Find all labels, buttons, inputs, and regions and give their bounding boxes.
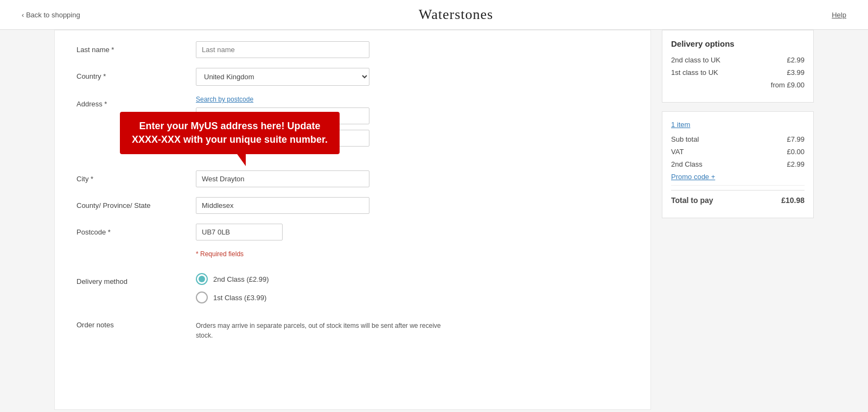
vat-row: VAT £0.00 — [671, 148, 805, 156]
city-input[interactable] — [196, 170, 369, 187]
total-value: £10.98 — [781, 196, 805, 205]
class-row: 2nd Class £2.99 — [671, 160, 805, 168]
required-fields-note: * Required fields — [196, 250, 629, 258]
search-by-postcode-link[interactable]: Search by postcode — [196, 96, 629, 103]
radio-inner-2nd-class — [199, 276, 205, 282]
address-row: Address * Search by postcode Enter your … — [76, 96, 629, 161]
back-to-shopping-link[interactable]: Back to shopping — [22, 11, 80, 19]
radio-1st-class[interactable] — [196, 291, 208, 303]
subtotal-label: Sub total — [671, 135, 699, 143]
sidebar-delivery-international: from £9.00 — [671, 81, 805, 89]
logo: Waterstones — [419, 7, 493, 23]
delivery-1st-class-label: 1st Class (£3.99) — [213, 294, 266, 302]
delivery-options: 2nd Class (£2.99) 1st Class (£3.99) — [196, 273, 629, 303]
city-row: City * — [76, 170, 629, 187]
delivery-option-2nd-class[interactable]: 2nd Class (£2.99) — [196, 273, 629, 285]
sidebar-delivery-2nd-class: 2nd class to UK £2.99 — [671, 56, 805, 64]
subtotal-value: £7.99 — [787, 135, 805, 143]
tooltip-line2: XXXX-XXX with your unique suite number. — [132, 134, 328, 145]
county-label: County/ Province/ State — [76, 197, 196, 210]
city-field — [196, 170, 629, 187]
last-name-row: Last name * — [76, 41, 629, 58]
page-layout: Last name * Country * United Kingdom Uni… — [54, 30, 814, 412]
delivery-method-row: Delivery method 2nd Class (£2.99) 1st Cl… — [76, 273, 629, 303]
postcode-field — [196, 224, 629, 240]
delivery-method-label: Delivery method — [76, 273, 196, 286]
county-row: County/ Province/ State — [76, 197, 629, 214]
sidebar: Delivery options 2nd class to UK £2.99 1… — [662, 30, 814, 410]
sidebar-2nd-class-label: 2nd class to UK — [671, 56, 720, 64]
radio-2nd-class[interactable] — [196, 273, 208, 285]
address-label: Address * — [76, 96, 196, 108]
last-name-input[interactable] — [196, 41, 369, 58]
order-notes-label: Order notes — [76, 316, 196, 329]
vat-value: £0.00 — [787, 148, 805, 156]
postcode-input[interactable] — [196, 224, 283, 240]
vat-label: VAT — [671, 148, 684, 156]
myus-tooltip: Enter your MyUS address here! Update XXX… — [120, 112, 340, 154]
order-notes-row: Order notes Orders may arrive in separat… — [76, 316, 629, 340]
city-label: City * — [76, 170, 196, 183]
order-notes-field: Orders may arrive in separate parcels, o… — [196, 316, 629, 340]
country-row: Country * United Kingdom United States I… — [76, 68, 629, 86]
order-notes-text: Orders may arrive in separate parcels, o… — [196, 316, 445, 340]
sidebar-delivery-title: Delivery options — [671, 39, 805, 48]
delivery-option-1st-class[interactable]: 1st Class (£3.99) — [196, 291, 629, 303]
item-count-link[interactable]: 1 item — [671, 121, 805, 129]
sidebar-order-summary: 1 item Sub total £7.99 VAT £0.00 2nd Cla… — [662, 111, 814, 218]
sidebar-international-price: from £9.00 — [771, 81, 805, 89]
subtotal-row: Sub total £7.99 — [671, 135, 805, 143]
promo-code-link[interactable]: Promo code + — [671, 173, 805, 181]
last-name-label: Last name * — [76, 41, 196, 54]
header: Back to shopping Waterstones Help — [0, 0, 868, 30]
sidebar-1st-class-price: £3.99 — [787, 68, 805, 77]
checkout-form: Last name * Country * United Kingdom Uni… — [54, 30, 651, 410]
postcode-label: Postcode * — [76, 224, 196, 236]
class-value: £2.99 — [787, 160, 805, 168]
country-label: Country * — [76, 68, 196, 80]
summary-divider — [671, 185, 805, 186]
delivery-2nd-class-label: 2nd Class (£2.99) — [213, 275, 269, 283]
last-name-field — [196, 41, 629, 58]
total-row: Total to pay £10.98 — [671, 190, 805, 205]
county-input[interactable] — [196, 197, 369, 214]
sidebar-2nd-class-price: £2.99 — [787, 56, 805, 64]
postcode-row: Postcode * — [76, 224, 629, 240]
class-label: 2nd Class — [671, 160, 703, 168]
tooltip-line1: Enter your MyUS address here! Update — [139, 121, 320, 131]
total-label: Total to pay — [671, 196, 713, 205]
help-link[interactable]: Help — [832, 11, 846, 19]
country-field: United Kingdom United States Ireland Aus… — [196, 68, 629, 86]
sidebar-delivery-1st-class: 1st class to UK £3.99 — [671, 68, 805, 77]
sidebar-1st-class-label: 1st class to UK — [671, 68, 718, 77]
country-select[interactable]: United Kingdom United States Ireland Aus… — [196, 68, 369, 86]
county-field — [196, 197, 629, 214]
sidebar-delivery-options: Delivery options 2nd class to UK £2.99 1… — [662, 30, 814, 103]
